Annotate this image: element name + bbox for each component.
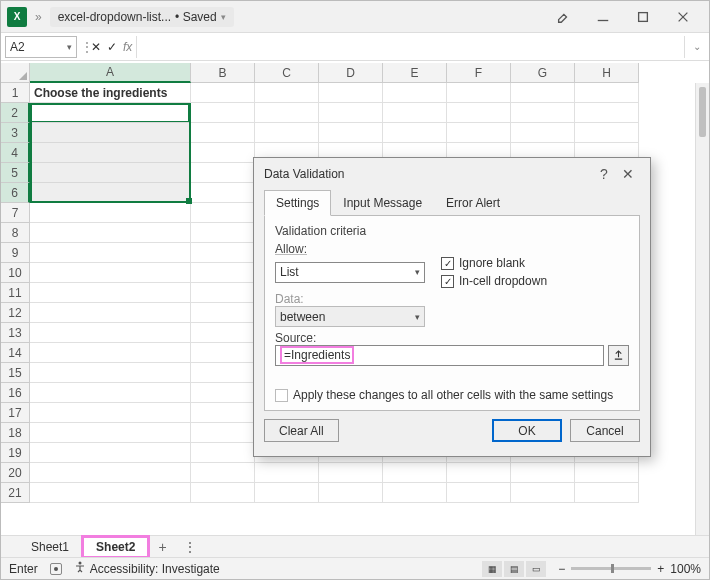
source-input[interactable]: =Ingredients bbox=[275, 345, 604, 366]
row-header-19[interactable]: 19 bbox=[1, 443, 30, 463]
column-header-F[interactable]: F bbox=[447, 63, 511, 83]
cell-B12[interactable] bbox=[191, 303, 255, 323]
cell-C3[interactable] bbox=[255, 123, 319, 143]
row-header-13[interactable]: 13 bbox=[1, 323, 30, 343]
sheet-tab-sheet2[interactable]: Sheet2 bbox=[83, 537, 148, 557]
cell-H1[interactable] bbox=[575, 83, 639, 103]
column-header-D[interactable]: D bbox=[319, 63, 383, 83]
cell-B2[interactable] bbox=[191, 103, 255, 123]
ignore-blank-checkbox[interactable]: ✓Ignore blank bbox=[441, 256, 547, 270]
cell-H21[interactable] bbox=[575, 483, 639, 503]
row-header-15[interactable]: 15 bbox=[1, 363, 30, 383]
tab-settings[interactable]: Settings bbox=[264, 190, 331, 216]
row-header-12[interactable]: 12 bbox=[1, 303, 30, 323]
cell-A9[interactable] bbox=[30, 243, 191, 263]
clear-all-button[interactable]: Clear All bbox=[264, 419, 339, 442]
eraser-icon[interactable] bbox=[543, 3, 583, 31]
cell-A19[interactable] bbox=[30, 443, 191, 463]
row-header-1[interactable]: 1 bbox=[1, 83, 30, 103]
cell-B15[interactable] bbox=[191, 363, 255, 383]
column-header-E[interactable]: E bbox=[383, 63, 447, 83]
row-header-7[interactable]: 7 bbox=[1, 203, 30, 223]
cell-A7[interactable] bbox=[30, 203, 191, 223]
cell-B17[interactable] bbox=[191, 403, 255, 423]
tab-error-alert[interactable]: Error Alert bbox=[434, 190, 512, 216]
cell-A17[interactable] bbox=[30, 403, 191, 423]
row-header-14[interactable]: 14 bbox=[1, 343, 30, 363]
row-header-3[interactable]: 3 bbox=[1, 123, 30, 143]
ribbon-overflow-icon[interactable]: » bbox=[35, 10, 42, 24]
accessibility-check[interactable]: Accessibility: Investigate bbox=[74, 561, 220, 576]
cell-D3[interactable] bbox=[319, 123, 383, 143]
cell-G20[interactable] bbox=[511, 463, 575, 483]
row-header-6[interactable]: 6 bbox=[1, 183, 30, 203]
cell-E21[interactable] bbox=[383, 483, 447, 503]
cell-F3[interactable] bbox=[447, 123, 511, 143]
cell-A4[interactable] bbox=[30, 143, 191, 163]
page-break-view-button[interactable]: ▭ bbox=[526, 561, 546, 577]
cell-B6[interactable] bbox=[191, 183, 255, 203]
cell-B20[interactable] bbox=[191, 463, 255, 483]
cancel-entry-icon[interactable]: ✕ bbox=[91, 40, 101, 54]
row-header-10[interactable]: 10 bbox=[1, 263, 30, 283]
macro-record-icon[interactable] bbox=[50, 563, 62, 575]
cell-G21[interactable] bbox=[511, 483, 575, 503]
dialog-help-button[interactable]: ? bbox=[592, 162, 616, 186]
cell-E3[interactable] bbox=[383, 123, 447, 143]
cell-E2[interactable] bbox=[383, 103, 447, 123]
cell-C20[interactable] bbox=[255, 463, 319, 483]
cell-B5[interactable] bbox=[191, 163, 255, 183]
column-header-C[interactable]: C bbox=[255, 63, 319, 83]
ok-button[interactable]: OK bbox=[492, 419, 562, 442]
cell-G1[interactable] bbox=[511, 83, 575, 103]
vertical-scrollbar[interactable] bbox=[695, 83, 709, 535]
incell-dropdown-checkbox[interactable]: ✓In-cell dropdown bbox=[441, 274, 547, 288]
page-layout-view-button[interactable]: ▤ bbox=[504, 561, 524, 577]
cell-G3[interactable] bbox=[511, 123, 575, 143]
row-header-21[interactable]: 21 bbox=[1, 483, 30, 503]
zoom-level[interactable]: 100% bbox=[670, 562, 701, 576]
row-header-16[interactable]: 16 bbox=[1, 383, 30, 403]
cell-A20[interactable] bbox=[30, 463, 191, 483]
cell-B11[interactable] bbox=[191, 283, 255, 303]
file-name-chip[interactable]: excel-dropdown-list... • Saved ▾ bbox=[50, 7, 234, 27]
cell-A16[interactable] bbox=[30, 383, 191, 403]
cell-D20[interactable] bbox=[319, 463, 383, 483]
cell-D2[interactable] bbox=[319, 103, 383, 123]
zoom-in-button[interactable]: + bbox=[657, 562, 664, 576]
zoom-out-button[interactable]: − bbox=[558, 562, 565, 576]
normal-view-button[interactable]: ▦ bbox=[482, 561, 502, 577]
row-header-9[interactable]: 9 bbox=[1, 243, 30, 263]
minimize-button[interactable] bbox=[583, 3, 623, 31]
formula-bar-expand-icon[interactable]: ⌄ bbox=[689, 41, 705, 52]
dialog-title-bar[interactable]: Data Validation ? ✕ bbox=[254, 158, 650, 190]
cell-A14[interactable] bbox=[30, 343, 191, 363]
cell-F1[interactable] bbox=[447, 83, 511, 103]
sheet-tab-sheet1[interactable]: Sheet1 bbox=[19, 537, 81, 557]
name-box[interactable]: A2 ▾ bbox=[5, 36, 77, 58]
column-header-A[interactable]: A bbox=[30, 63, 191, 83]
column-header-G[interactable]: G bbox=[511, 63, 575, 83]
cell-A5[interactable] bbox=[30, 163, 191, 183]
row-header-11[interactable]: 11 bbox=[1, 283, 30, 303]
cell-B16[interactable] bbox=[191, 383, 255, 403]
close-button[interactable] bbox=[663, 3, 703, 31]
cell-H2[interactable] bbox=[575, 103, 639, 123]
cell-B8[interactable] bbox=[191, 223, 255, 243]
cell-B4[interactable] bbox=[191, 143, 255, 163]
file-dropdown-icon[interactable]: ▾ bbox=[221, 12, 226, 22]
row-header-8[interactable]: 8 bbox=[1, 223, 30, 243]
cell-B18[interactable] bbox=[191, 423, 255, 443]
cell-B7[interactable] bbox=[191, 203, 255, 223]
cell-B10[interactable] bbox=[191, 263, 255, 283]
cell-B21[interactable] bbox=[191, 483, 255, 503]
cell-G2[interactable] bbox=[511, 103, 575, 123]
cell-F21[interactable] bbox=[447, 483, 511, 503]
cell-A13[interactable] bbox=[30, 323, 191, 343]
cell-A12[interactable] bbox=[30, 303, 191, 323]
cell-E20[interactable] bbox=[383, 463, 447, 483]
cell-B13[interactable] bbox=[191, 323, 255, 343]
maximize-button[interactable] bbox=[623, 3, 663, 31]
cell-B19[interactable] bbox=[191, 443, 255, 463]
cell-A8[interactable] bbox=[30, 223, 191, 243]
